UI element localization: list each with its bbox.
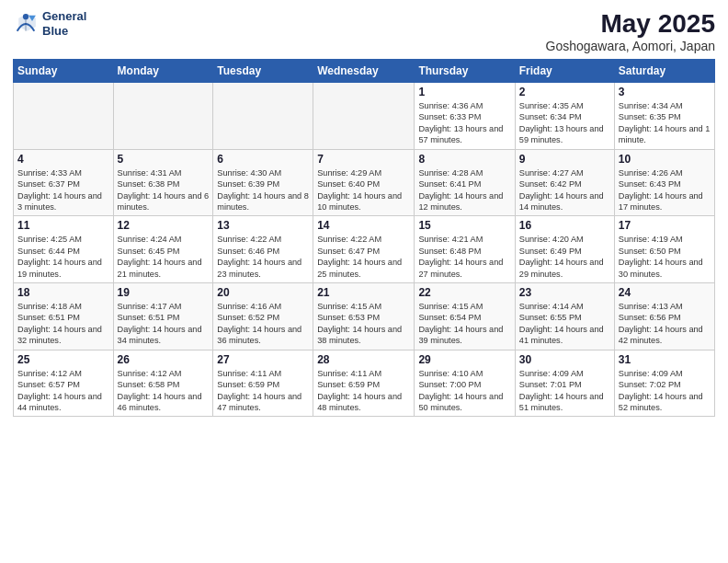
calendar-table: SundayMondayTuesdayWednesdayThursdayFrid… bbox=[13, 59, 715, 417]
calendar-cell: 25Sunrise: 4:12 AMSunset: 6:57 PMDayligh… bbox=[14, 350, 114, 417]
day-number: 12 bbox=[118, 219, 210, 232]
calendar-week-2: 4Sunrise: 4:33 AMSunset: 6:37 PMDaylight… bbox=[14, 149, 715, 216]
day-number: 20 bbox=[217, 286, 309, 299]
calendar-cell: 28Sunrise: 4:11 AMSunset: 6:59 PMDayligh… bbox=[313, 350, 415, 417]
calendar-cell: 17Sunrise: 4:19 AMSunset: 6:50 PMDayligh… bbox=[614, 216, 714, 283]
day-info: Sunrise: 4:09 AMSunset: 7:02 PMDaylight:… bbox=[619, 368, 711, 414]
day-header-thursday: Thursday bbox=[415, 60, 515, 83]
day-info: Sunrise: 4:16 AMSunset: 6:52 PMDaylight:… bbox=[217, 301, 309, 347]
day-number: 25 bbox=[17, 353, 109, 366]
day-info: Sunrise: 4:15 AMSunset: 6:54 PMDaylight:… bbox=[418, 301, 510, 347]
day-number: 9 bbox=[519, 153, 610, 166]
day-header-tuesday: Tuesday bbox=[213, 60, 313, 83]
calendar-cell: 12Sunrise: 4:24 AMSunset: 6:45 PMDayligh… bbox=[113, 216, 213, 283]
calendar-header-row: SundayMondayTuesdayWednesdayThursdayFrid… bbox=[14, 60, 715, 83]
day-header-friday: Friday bbox=[515, 60, 614, 83]
day-number: 7 bbox=[317, 153, 410, 166]
day-number: 18 bbox=[17, 286, 109, 299]
calendar-cell: 18Sunrise: 4:18 AMSunset: 6:51 PMDayligh… bbox=[14, 283, 114, 350]
calendar-cell: 3Sunrise: 4:34 AMSunset: 6:35 PMDaylight… bbox=[614, 83, 714, 150]
calendar-cell: 9Sunrise: 4:27 AMSunset: 6:42 PMDaylight… bbox=[515, 149, 614, 216]
day-number: 24 bbox=[619, 286, 711, 299]
calendar-cell: 27Sunrise: 4:11 AMSunset: 6:59 PMDayligh… bbox=[213, 350, 313, 417]
day-info: Sunrise: 4:34 AMSunset: 6:35 PMDaylight:… bbox=[619, 100, 711, 146]
day-info: Sunrise: 4:22 AMSunset: 6:46 PMDaylight:… bbox=[217, 234, 309, 280]
day-number: 26 bbox=[118, 353, 210, 366]
day-number: 2 bbox=[519, 86, 610, 98]
calendar-cell: 14Sunrise: 4:22 AMSunset: 6:47 PMDayligh… bbox=[313, 216, 415, 283]
day-number: 15 bbox=[418, 219, 510, 232]
day-number: 29 bbox=[418, 353, 510, 366]
main-title: May 2025 bbox=[546, 9, 715, 39]
day-number: 21 bbox=[317, 286, 410, 299]
day-number: 4 bbox=[17, 153, 109, 166]
calendar-week-4: 18Sunrise: 4:18 AMSunset: 6:51 PMDayligh… bbox=[14, 283, 715, 350]
day-number: 11 bbox=[17, 219, 109, 232]
calendar-cell: 22Sunrise: 4:15 AMSunset: 6:54 PMDayligh… bbox=[415, 283, 515, 350]
calendar-cell: 31Sunrise: 4:09 AMSunset: 7:02 PMDayligh… bbox=[614, 350, 714, 417]
calendar-cell: 23Sunrise: 4:14 AMSunset: 6:55 PMDayligh… bbox=[515, 283, 614, 350]
calendar-cell: 4Sunrise: 4:33 AMSunset: 6:37 PMDaylight… bbox=[14, 149, 114, 216]
day-info: Sunrise: 4:11 AMSunset: 6:59 PMDaylight:… bbox=[317, 368, 410, 414]
day-number: 1 bbox=[418, 86, 510, 98]
day-info: Sunrise: 4:22 AMSunset: 6:47 PMDaylight:… bbox=[317, 234, 410, 280]
day-info: Sunrise: 4:12 AMSunset: 6:58 PMDaylight:… bbox=[118, 368, 210, 414]
day-info: Sunrise: 4:31 AMSunset: 6:38 PMDaylight:… bbox=[118, 167, 210, 213]
calendar-week-1: 1Sunrise: 4:36 AMSunset: 6:33 PMDaylight… bbox=[14, 83, 715, 150]
day-info: Sunrise: 4:17 AMSunset: 6:51 PMDaylight:… bbox=[118, 301, 210, 347]
day-info: Sunrise: 4:25 AMSunset: 6:44 PMDaylight:… bbox=[17, 234, 109, 280]
calendar-cell: 26Sunrise: 4:12 AMSunset: 6:58 PMDayligh… bbox=[113, 350, 213, 417]
day-number: 5 bbox=[118, 153, 210, 166]
day-number: 27 bbox=[217, 353, 309, 366]
logo-text: General Blue bbox=[42, 9, 86, 38]
calendar-week-5: 25Sunrise: 4:12 AMSunset: 6:57 PMDayligh… bbox=[14, 350, 715, 417]
day-number: 3 bbox=[619, 86, 711, 98]
calendar-cell bbox=[213, 83, 313, 150]
day-info: Sunrise: 4:28 AMSunset: 6:41 PMDaylight:… bbox=[418, 167, 510, 213]
calendar-cell: 8Sunrise: 4:28 AMSunset: 6:41 PMDaylight… bbox=[415, 149, 515, 216]
day-info: Sunrise: 4:36 AMSunset: 6:33 PMDaylight:… bbox=[418, 100, 510, 146]
svg-point-2 bbox=[23, 14, 28, 19]
calendar-cell: 29Sunrise: 4:10 AMSunset: 7:00 PMDayligh… bbox=[415, 350, 515, 417]
calendar-cell: 20Sunrise: 4:16 AMSunset: 6:52 PMDayligh… bbox=[213, 283, 313, 350]
generalblue-logo-icon bbox=[13, 11, 39, 37]
subtitle: Goshogawara, Aomori, Japan bbox=[546, 39, 715, 53]
calendar-cell: 10Sunrise: 4:26 AMSunset: 6:43 PMDayligh… bbox=[614, 149, 714, 216]
day-info: Sunrise: 4:20 AMSunset: 6:49 PMDaylight:… bbox=[519, 234, 610, 280]
day-info: Sunrise: 4:30 AMSunset: 6:39 PMDaylight:… bbox=[217, 167, 309, 213]
day-number: 10 bbox=[619, 153, 711, 166]
calendar-week-3: 11Sunrise: 4:25 AMSunset: 6:44 PMDayligh… bbox=[14, 216, 715, 283]
day-number: 17 bbox=[619, 219, 711, 232]
day-number: 28 bbox=[317, 353, 410, 366]
logo: General Blue bbox=[13, 9, 86, 38]
day-info: Sunrise: 4:24 AMSunset: 6:45 PMDaylight:… bbox=[118, 234, 210, 280]
calendar-cell: 15Sunrise: 4:21 AMSunset: 6:48 PMDayligh… bbox=[415, 216, 515, 283]
calendar-cell: 13Sunrise: 4:22 AMSunset: 6:46 PMDayligh… bbox=[213, 216, 313, 283]
calendar-cell: 5Sunrise: 4:31 AMSunset: 6:38 PMDaylight… bbox=[113, 149, 213, 216]
day-number: 31 bbox=[619, 353, 711, 366]
calendar-cell: 24Sunrise: 4:13 AMSunset: 6:56 PMDayligh… bbox=[614, 283, 714, 350]
day-number: 19 bbox=[118, 286, 210, 299]
day-header-wednesday: Wednesday bbox=[313, 60, 415, 83]
title-block: May 2025 Goshogawara, Aomori, Japan bbox=[546, 9, 715, 53]
day-info: Sunrise: 4:18 AMSunset: 6:51 PMDaylight:… bbox=[17, 301, 109, 347]
day-header-saturday: Saturday bbox=[614, 60, 714, 83]
day-info: Sunrise: 4:21 AMSunset: 6:48 PMDaylight:… bbox=[418, 234, 510, 280]
calendar-cell: 1Sunrise: 4:36 AMSunset: 6:33 PMDaylight… bbox=[415, 83, 515, 150]
day-number: 6 bbox=[217, 153, 309, 166]
day-info: Sunrise: 4:15 AMSunset: 6:53 PMDaylight:… bbox=[317, 301, 410, 347]
calendar-cell: 21Sunrise: 4:15 AMSunset: 6:53 PMDayligh… bbox=[313, 283, 415, 350]
day-header-monday: Monday bbox=[113, 60, 213, 83]
day-info: Sunrise: 4:13 AMSunset: 6:56 PMDaylight:… bbox=[619, 301, 711, 347]
calendar-cell: 16Sunrise: 4:20 AMSunset: 6:49 PMDayligh… bbox=[515, 216, 614, 283]
day-number: 16 bbox=[519, 219, 610, 232]
day-number: 22 bbox=[418, 286, 510, 299]
calendar-cell: 7Sunrise: 4:29 AMSunset: 6:40 PMDaylight… bbox=[313, 149, 415, 216]
day-header-sunday: Sunday bbox=[14, 60, 114, 83]
day-info: Sunrise: 4:11 AMSunset: 6:59 PMDaylight:… bbox=[217, 368, 309, 414]
calendar-cell: 6Sunrise: 4:30 AMSunset: 6:39 PMDaylight… bbox=[213, 149, 313, 216]
day-info: Sunrise: 4:29 AMSunset: 6:40 PMDaylight:… bbox=[317, 167, 410, 213]
header: General Blue May 2025 Goshogawara, Aomor… bbox=[13, 9, 715, 53]
calendar-cell bbox=[113, 83, 213, 150]
day-info: Sunrise: 4:26 AMSunset: 6:43 PMDaylight:… bbox=[619, 167, 711, 213]
